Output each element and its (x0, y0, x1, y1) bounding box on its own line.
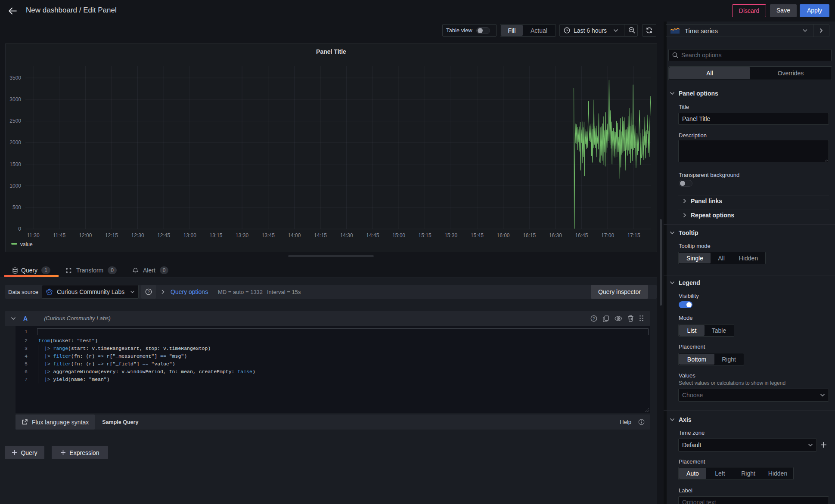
svg-text:16:15: 16:15 (523, 232, 536, 238)
svg-text:?: ? (593, 316, 595, 321)
svg-text:12:00: 12:00 (79, 232, 92, 238)
svg-text:15:15: 15:15 (419, 232, 431, 238)
svg-text:?: ? (147, 290, 149, 294)
svg-text:14:15: 14:15 (314, 232, 327, 238)
svg-text:12:15: 12:15 (105, 232, 118, 238)
svg-text:16:00: 16:00 (497, 232, 509, 238)
svg-text:1500: 1500 (9, 161, 21, 167)
svg-text:14:00: 14:00 (288, 232, 301, 238)
svg-text:1000: 1000 (9, 183, 21, 189)
svg-text:15:30: 15:30 (444, 232, 457, 238)
svg-text:12:45: 12:45 (157, 232, 170, 238)
svg-text:14:30: 14:30 (340, 232, 353, 238)
svg-text:13:45: 13:45 (262, 232, 275, 238)
svg-text:14:45: 14:45 (366, 232, 379, 238)
svg-text:15:45: 15:45 (471, 232, 484, 238)
svg-text:13:30: 13:30 (236, 232, 248, 238)
svg-text:12:30: 12:30 (131, 232, 144, 238)
svg-text:17:00: 17:00 (601, 232, 614, 238)
svg-text:13:15: 13:15 (209, 232, 222, 238)
svg-text:value: value (20, 241, 33, 247)
svg-text:11:30: 11:30 (27, 232, 39, 238)
svg-text:13:00: 13:00 (183, 232, 196, 238)
svg-text:500: 500 (12, 204, 21, 210)
svg-text:16:30: 16:30 (549, 232, 562, 238)
svg-text:15:00: 15:00 (392, 232, 405, 238)
svg-text:17:15: 17:15 (627, 232, 640, 238)
svg-text:2000: 2000 (9, 139, 21, 145)
svg-text:11:45: 11:45 (53, 232, 65, 238)
svg-text:16:45: 16:45 (575, 232, 588, 238)
svg-text:2500: 2500 (9, 118, 21, 124)
svg-text:3000: 3000 (9, 96, 21, 102)
svg-text:3500: 3500 (9, 75, 21, 81)
svg-text:0: 0 (18, 226, 21, 232)
